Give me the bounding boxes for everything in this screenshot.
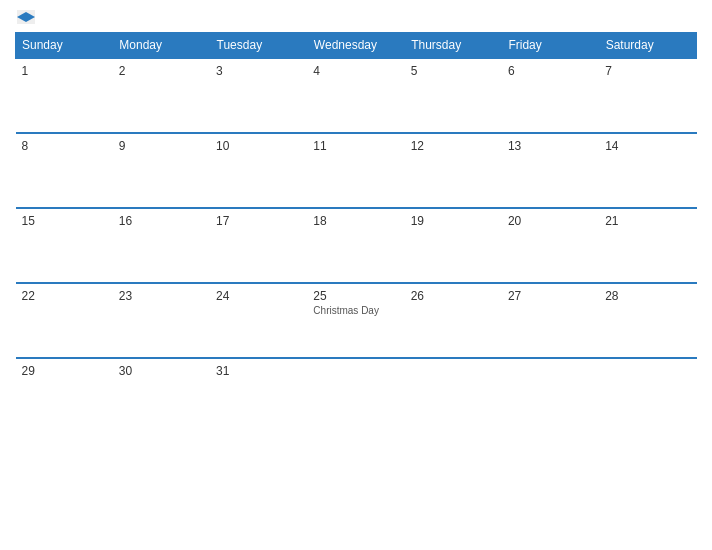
calendar-cell: 21 xyxy=(599,208,696,283)
day-number: 17 xyxy=(216,214,301,228)
weekday-header-row: Sunday Monday Tuesday Wednesday Thursday… xyxy=(16,33,697,59)
calendar-cell xyxy=(307,358,404,433)
day-number: 16 xyxy=(119,214,204,228)
header-sunday: Sunday xyxy=(16,33,113,59)
calendar-cell: 6 xyxy=(502,58,599,133)
calendar-cell: 8 xyxy=(16,133,113,208)
day-number: 4 xyxy=(313,64,398,78)
day-number: 26 xyxy=(411,289,496,303)
calendar-cell: 19 xyxy=(405,208,502,283)
calendar-container: Sunday Monday Tuesday Wednesday Thursday… xyxy=(0,0,712,550)
day-number: 25 xyxy=(313,289,398,303)
calendar-week-row: 22232425Christmas Day262728 xyxy=(16,283,697,358)
calendar-cell: 29 xyxy=(16,358,113,433)
calendar-cell: 4 xyxy=(307,58,404,133)
calendar-cell: 26 xyxy=(405,283,502,358)
calendar-cell: 24 xyxy=(210,283,307,358)
calendar-cell: 31 xyxy=(210,358,307,433)
calendar-cell xyxy=(599,358,696,433)
day-number: 21 xyxy=(605,214,690,228)
day-number: 18 xyxy=(313,214,398,228)
day-number: 15 xyxy=(22,214,107,228)
header-saturday: Saturday xyxy=(599,33,696,59)
calendar-header xyxy=(15,10,697,24)
day-number: 12 xyxy=(411,139,496,153)
header-monday: Monday xyxy=(113,33,210,59)
calendar-cell: 12 xyxy=(405,133,502,208)
logo xyxy=(15,10,35,24)
calendar-cell: 17 xyxy=(210,208,307,283)
calendar-cell: 5 xyxy=(405,58,502,133)
day-number: 11 xyxy=(313,139,398,153)
day-number: 13 xyxy=(508,139,593,153)
day-number: 20 xyxy=(508,214,593,228)
day-number: 22 xyxy=(22,289,107,303)
calendar-cell: 20 xyxy=(502,208,599,283)
calendar-cell: 10 xyxy=(210,133,307,208)
calendar-cell: 25Christmas Day xyxy=(307,283,404,358)
calendar-week-row: 15161718192021 xyxy=(16,208,697,283)
calendar-table: Sunday Monday Tuesday Wednesday Thursday… xyxy=(15,32,697,433)
calendar-cell: 28 xyxy=(599,283,696,358)
day-number: 23 xyxy=(119,289,204,303)
calendar-cell: 14 xyxy=(599,133,696,208)
calendar-cell: 1 xyxy=(16,58,113,133)
calendar-cell: 18 xyxy=(307,208,404,283)
day-number: 2 xyxy=(119,64,204,78)
calendar-cell: 16 xyxy=(113,208,210,283)
day-number: 27 xyxy=(508,289,593,303)
calendar-week-row: 1234567 xyxy=(16,58,697,133)
day-number: 24 xyxy=(216,289,301,303)
calendar-cell: 7 xyxy=(599,58,696,133)
day-number: 1 xyxy=(22,64,107,78)
day-number: 19 xyxy=(411,214,496,228)
day-number: 30 xyxy=(119,364,204,378)
day-number: 28 xyxy=(605,289,690,303)
calendar-cell: 27 xyxy=(502,283,599,358)
header-thursday: Thursday xyxy=(405,33,502,59)
holiday-label: Christmas Day xyxy=(313,305,398,316)
calendar-cell: 3 xyxy=(210,58,307,133)
calendar-cell: 9 xyxy=(113,133,210,208)
day-number: 31 xyxy=(216,364,301,378)
calendar-week-row: 891011121314 xyxy=(16,133,697,208)
calendar-cell: 22 xyxy=(16,283,113,358)
calendar-cell: 30 xyxy=(113,358,210,433)
header-tuesday: Tuesday xyxy=(210,33,307,59)
day-number: 7 xyxy=(605,64,690,78)
day-number: 6 xyxy=(508,64,593,78)
calendar-cell: 13 xyxy=(502,133,599,208)
day-number: 14 xyxy=(605,139,690,153)
logo-flag-icon xyxy=(17,10,35,24)
day-number: 9 xyxy=(119,139,204,153)
day-number: 5 xyxy=(411,64,496,78)
calendar-cell xyxy=(502,358,599,433)
day-number: 10 xyxy=(216,139,301,153)
calendar-cell: 2 xyxy=(113,58,210,133)
day-number: 3 xyxy=(216,64,301,78)
header-wednesday: Wednesday xyxy=(307,33,404,59)
calendar-cell: 23 xyxy=(113,283,210,358)
day-number: 8 xyxy=(22,139,107,153)
calendar-cell xyxy=(405,358,502,433)
calendar-week-row: 293031 xyxy=(16,358,697,433)
day-number: 29 xyxy=(22,364,107,378)
calendar-cell: 15 xyxy=(16,208,113,283)
header-friday: Friday xyxy=(502,33,599,59)
calendar-cell: 11 xyxy=(307,133,404,208)
